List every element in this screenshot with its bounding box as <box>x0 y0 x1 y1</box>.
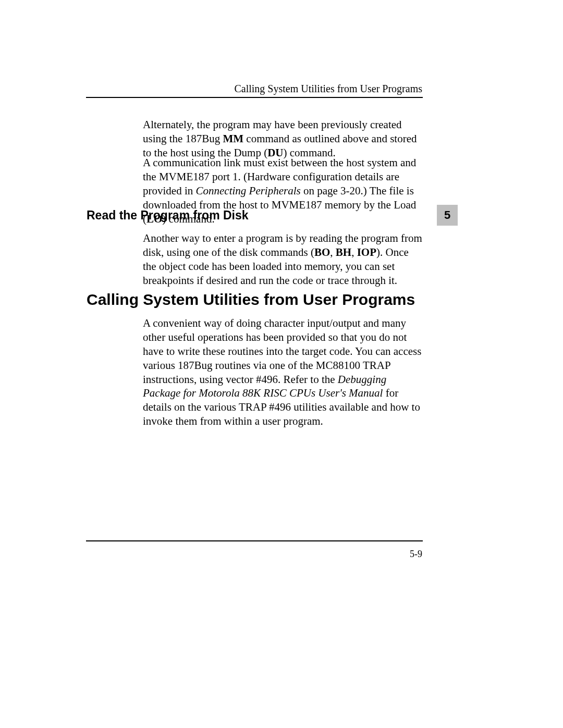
heading-calling-system-utilities: Calling System Utilities from User Progr… <box>87 290 423 309</box>
paragraph-trap-utilities: A convenient way of doing character inpu… <box>143 316 424 428</box>
paragraph-mm-du: Alternately, the program may have been p… <box>143 118 424 160</box>
page-number: 5-9 <box>410 548 422 560</box>
bold-bo: BO <box>314 246 330 258</box>
page: Calling System Utilities from User Progr… <box>0 0 563 728</box>
header-rule <box>86 97 423 98</box>
italic-connecting-peripherals: Connecting Peripherals <box>195 184 300 197</box>
paragraph-disk-commands: Another way to enter a program is by rea… <box>143 231 424 288</box>
chapter-tab: 5 <box>437 205 458 226</box>
text: , <box>351 246 357 258</box>
bold-iop: IOP <box>357 246 376 258</box>
bold-bh: BH <box>336 246 351 258</box>
text: , <box>330 246 336 258</box>
bold-mm: MM <box>223 132 243 145</box>
running-header: Calling System Utilities from User Progr… <box>234 82 422 96</box>
footer-rule <box>86 540 423 541</box>
heading-read-program-from-disk: Read the Program from Disk <box>87 208 423 223</box>
